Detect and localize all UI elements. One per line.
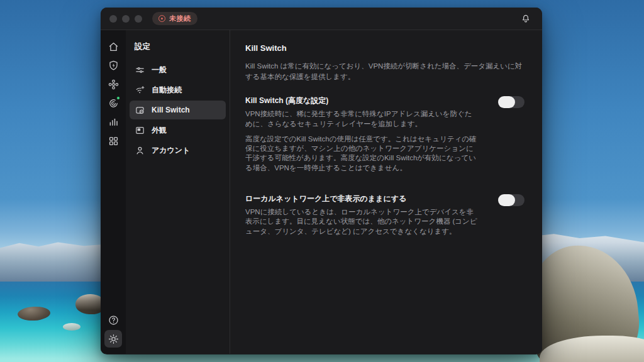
invisible-on-lan-section: ローカルネットワーク上で非表示のままにする VPNに接続しているときは、ローカル… bbox=[245, 194, 525, 242]
menu-item-label: 自動接続 bbox=[152, 85, 182, 96]
dedicated-ip-icon[interactable] bbox=[104, 94, 122, 112]
help-icon[interactable] bbox=[104, 311, 122, 329]
title-bar: 未接続 bbox=[101, 8, 542, 30]
sliders-icon bbox=[135, 65, 145, 75]
kill-switch-icon bbox=[135, 105, 145, 116]
section-heading: Kill Switch (高度な設定) bbox=[245, 96, 479, 106]
minimize-button[interactable] bbox=[122, 15, 130, 23]
wallpaper-rock bbox=[63, 323, 80, 331]
traffic-lights bbox=[109, 15, 142, 23]
close-button[interactable] bbox=[109, 15, 117, 23]
kill-switch-settings-pane: Kill Switch Kill Switch は常に有効になっており、VPN接… bbox=[230, 30, 542, 354]
settings-menu: 設定 一般 自動接続 Kill S bbox=[126, 30, 230, 354]
toggle-knob bbox=[498, 96, 515, 108]
section-paragraph: VPNに接続しているときは、ローカルネットワーク上でデバイスを非表示にします。目… bbox=[245, 207, 479, 236]
apps-grid-icon[interactable] bbox=[104, 132, 122, 150]
toggle-knob bbox=[498, 194, 515, 206]
desktop: 未接続 bbox=[0, 0, 644, 362]
appearance-window-icon bbox=[135, 125, 145, 136]
settings-gear-icon[interactable] bbox=[104, 330, 122, 348]
home-icon[interactable] bbox=[104, 38, 122, 55]
menu-item-auto-connect[interactable]: 自動接続 bbox=[130, 80, 226, 99]
menu-item-label: 一般 bbox=[152, 65, 167, 75]
menu-item-general[interactable]: 一般 bbox=[130, 60, 226, 79]
menu-item-label: Kill Switch bbox=[152, 106, 190, 114]
page-title: Kill Switch bbox=[245, 43, 525, 53]
disconnected-icon bbox=[158, 15, 165, 22]
zoom-button[interactable] bbox=[135, 15, 142, 23]
menu-item-label: 外観 bbox=[152, 125, 167, 136]
menu-item-account[interactable]: アカウント bbox=[130, 141, 226, 160]
account-person-icon bbox=[135, 145, 145, 156]
settings-menu-title: 設定 bbox=[126, 30, 230, 60]
section-paragraph: 高度な設定でのKill Switchの使用は任意です。これはセキュリティの確保に… bbox=[245, 134, 479, 173]
menu-item-appearance[interactable]: 外観 bbox=[130, 121, 226, 140]
advanced-kill-switch-section: Kill Switch (高度な設定) VPN接続時に、稀に発生する非常に特殊な… bbox=[245, 96, 525, 178]
statistics-icon[interactable] bbox=[104, 113, 122, 131]
invisible-on-lan-toggle[interactable] bbox=[498, 194, 525, 206]
menu-item-label: アカウント bbox=[152, 145, 190, 156]
connection-status-badge[interactable]: 未接続 bbox=[152, 12, 197, 25]
threat-protection-icon[interactable] bbox=[104, 57, 122, 74]
status-dot-icon bbox=[116, 96, 120, 100]
icon-rail bbox=[101, 30, 126, 354]
vpn-app-window: 未接続 bbox=[101, 8, 542, 354]
menu-item-kill-switch[interactable]: Kill Switch bbox=[130, 101, 226, 119]
kill-switch-description: Kill Switch は常に有効になっており、VPN接続が切断された場合、デー… bbox=[245, 61, 525, 82]
advanced-kill-switch-toggle[interactable] bbox=[498, 96, 525, 108]
section-heading: ローカルネットワーク上で非表示のままにする bbox=[245, 194, 479, 204]
connection-status-label: 未接続 bbox=[169, 14, 191, 23]
section-paragraph: VPN接続時に、稀に発生する非常に特殊なIPアドレス漏えいを防ぐために、さらなる… bbox=[245, 109, 479, 129]
notifications-bell-icon[interactable] bbox=[518, 11, 533, 26]
wifi-plus-icon bbox=[135, 85, 145, 96]
meshnet-icon[interactable] bbox=[104, 75, 122, 93]
